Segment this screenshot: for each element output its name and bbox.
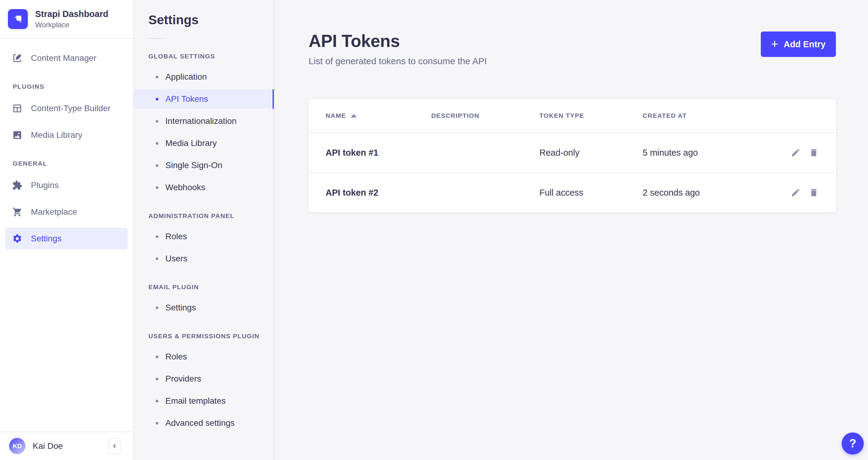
row-actions <box>779 148 819 158</box>
column-header-label: CREATED AT <box>643 112 687 119</box>
plus-icon: + <box>771 38 778 50</box>
edit-button[interactable] <box>790 148 801 158</box>
add-entry-label: Add Entry <box>783 39 826 49</box>
add-entry-button[interactable]: + Add Entry <box>761 31 836 57</box>
feather-pen-icon <box>12 53 23 63</box>
token-type: Read-only <box>539 148 643 158</box>
sidebar-item-label: Content-Type Builder <box>31 103 111 113</box>
table-row[interactable]: API token #1 Read-only 5 minutes ago <box>309 133 836 173</box>
strapi-mark <box>11 12 25 26</box>
sidebar-section-general: GENERAL <box>13 160 133 167</box>
sidebar-item-media-library[interactable]: Media Library <box>5 124 128 146</box>
sidebar-item-label: Plugins <box>31 181 59 190</box>
subnav-item-admin-roles[interactable]: Roles <box>134 227 274 246</box>
subnav-item-label: Roles <box>165 232 187 241</box>
bullet-icon <box>156 164 158 167</box>
sidebar-item-marketplace[interactable]: Marketplace <box>5 201 128 223</box>
edit-button[interactable] <box>790 188 801 198</box>
subnav-section-administration-panel: ADMINISTRATION PANEL <box>148 212 274 219</box>
bullet-icon <box>156 76 158 79</box>
settings-subnav: Settings GLOBAL SETTINGS Application API… <box>134 0 274 460</box>
subnav-item-label: Providers <box>165 374 201 384</box>
user-name: Kai Doe <box>33 441 101 451</box>
chevron-left-icon <box>111 443 118 450</box>
trash-icon <box>809 148 818 157</box>
bullet-icon <box>156 120 158 123</box>
pencil-icon <box>791 148 801 157</box>
subnav-item-internationalization[interactable]: Internationalization <box>134 112 274 131</box>
sidebar-menu: Content Manager PLUGINS Content-Type Bui… <box>0 39 133 432</box>
column-header-token-type: TOKEN TYPE <box>539 112 643 119</box>
subnav-section-users-permissions-plugin: USERS & PERMISSIONS PLUGIN <box>148 333 274 340</box>
page-title: API Tokens <box>309 31 487 51</box>
strapi-admin-app: Strapi Dashboard Workplace Content Manag… <box>0 0 868 460</box>
sidebar-item-content-type-builder[interactable]: Content-Type Builder <box>5 97 128 119</box>
subnav-item-label: Media Library <box>165 139 217 148</box>
token-type: Full access <box>539 188 643 198</box>
subnav-item-admin-users[interactable]: Users <box>134 249 274 268</box>
column-header-label: NAME <box>326 112 346 119</box>
subnav-item-label: Application <box>165 72 207 82</box>
collapse-sidebar-button[interactable] <box>108 438 121 454</box>
subnav-item-up-advanced-settings[interactable]: Advanced settings <box>134 413 274 433</box>
puzzle-piece-icon <box>12 180 23 190</box>
sidebar-item-content-manager[interactable]: Content Manager <box>5 47 128 69</box>
subnav-item-label: Single Sign-On <box>165 160 222 170</box>
table-header-row: NAME DESCRIPTION TOKEN TYPE CREATED AT <box>309 99 836 133</box>
subnav-item-label: Webhooks <box>165 183 205 192</box>
subnav-item-up-email-templates[interactable]: Email templates <box>134 391 274 411</box>
sidebar-item-label: Marketplace <box>31 207 77 217</box>
subnav-item-label: Roles <box>165 352 187 362</box>
sidebar-item-plugins[interactable]: Plugins <box>5 175 128 196</box>
avatar[interactable]: KD <box>9 438 26 454</box>
delete-button[interactable] <box>809 148 819 158</box>
subnav-item-media-library[interactable]: Media Library <box>134 133 274 153</box>
subnav-item-application[interactable]: Application <box>134 67 274 87</box>
bullet-icon <box>156 142 158 145</box>
sidebar-item-label: Settings <box>31 234 61 243</box>
layout-grid-icon <box>12 103 23 114</box>
column-header-name[interactable]: NAME <box>326 112 431 119</box>
token-created-at: 5 minutes ago <box>643 148 779 158</box>
column-header-created-at: CREATED AT <box>643 112 779 119</box>
token-created-at: 2 seconds ago <box>643 188 779 198</box>
subnav-item-webhooks[interactable]: Webhooks <box>134 178 274 197</box>
subnav-section-email-plugin: EMAIL PLUGIN <box>148 283 274 291</box>
main-content: API Tokens List of generated tokens to c… <box>274 0 868 460</box>
bullet-icon <box>156 400 158 402</box>
subnav-item-single-sign-on[interactable]: Single Sign-On <box>134 156 274 175</box>
bullet-icon <box>156 378 158 380</box>
api-tokens-table: NAME DESCRIPTION TOKEN TYPE CREATED AT A… <box>309 99 836 212</box>
bullet-icon <box>156 235 158 238</box>
sidebar-item-label: Content Manager <box>31 53 96 63</box>
sort-ascending-icon[interactable] <box>351 114 357 118</box>
page-header-text: API Tokens List of generated tokens to c… <box>309 31 487 66</box>
main-sidebar: Strapi Dashboard Workplace Content Manag… <box>0 0 134 460</box>
subnav-item-label: Email templates <box>165 396 226 406</box>
trash-icon <box>809 188 818 197</box>
delete-button[interactable] <box>809 188 819 198</box>
token-name: API token #1 <box>326 148 431 158</box>
subnav-section-global-settings: GLOBAL SETTINGS <box>148 53 274 60</box>
gear-icon <box>12 234 23 244</box>
bullet-icon <box>156 356 158 358</box>
subnav-item-api-tokens[interactable]: API Tokens <box>134 89 274 109</box>
subnav-item-email-settings[interactable]: Settings <box>134 298 274 317</box>
table-row[interactable]: API token #2 Full access 2 seconds ago <box>309 173 836 212</box>
help-button[interactable]: ? <box>842 432 864 455</box>
shopping-cart-icon <box>12 207 23 217</box>
subnav-item-label: Internationalization <box>165 116 237 126</box>
bullet-icon <box>156 257 158 260</box>
subnav-title: Settings <box>148 13 274 27</box>
row-actions <box>779 188 819 198</box>
sidebar-item-settings[interactable]: Settings <box>5 228 128 249</box>
column-header-label: DESCRIPTION <box>431 112 479 119</box>
app-title: Strapi Dashboard <box>35 9 108 19</box>
workspace-switcher[interactable]: Strapi Dashboard Workplace <box>0 0 133 39</box>
avatar-initials: KD <box>13 442 22 450</box>
subnav-item-up-roles[interactable]: Roles <box>134 347 274 366</box>
subnav-item-up-providers[interactable]: Providers <box>134 369 274 389</box>
workspace-header-text: Strapi Dashboard Workplace <box>35 9 108 29</box>
page-subtitle: List of generated tokens to consume the … <box>309 56 487 66</box>
workspace-name: Workplace <box>35 21 108 29</box>
